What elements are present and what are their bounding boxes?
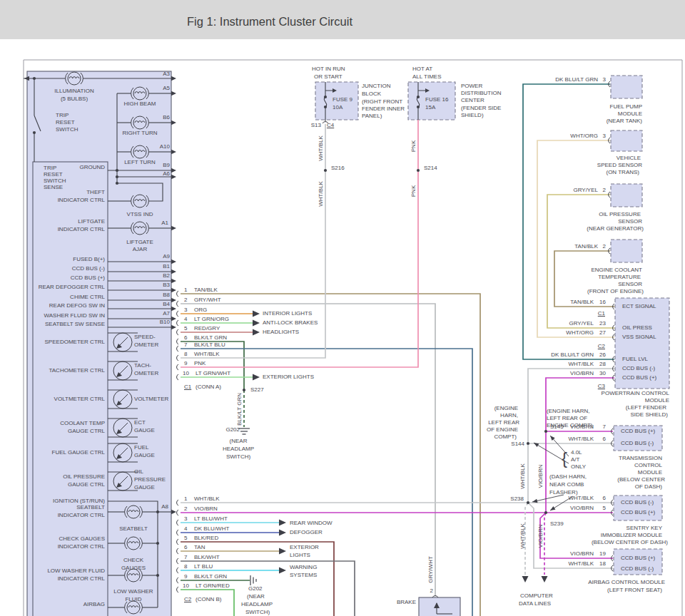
oil-pressure-sensor-box	[611, 184, 642, 207]
pin-exit-arrow-icon	[171, 298, 176, 302]
wire-c1-pin2-gry-wht	[181, 304, 435, 596]
splice-dot	[544, 511, 547, 514]
destination-arrow-icon	[279, 530, 286, 536]
splice-dot	[417, 96, 420, 98]
pin-exit-arrow-icon	[171, 307, 176, 311]
fuel-pump-module-box	[611, 76, 642, 98]
ground-icon	[250, 575, 256, 585]
pin-exit-arrow-icon	[171, 317, 176, 321]
connector-pin-icon	[177, 568, 178, 573]
wire-c2-pin7-blk-wht	[181, 561, 355, 616]
pin-exit-arrow-icon	[171, 76, 176, 81]
wire-c1-pin7-blk-lt-blu	[181, 349, 472, 616]
brake-box	[419, 597, 460, 616]
connector-pin-icon	[177, 548, 178, 554]
splice-dot	[324, 96, 327, 98]
wire-airbag-ccd-pos	[540, 513, 613, 558]
connector-pin-icon	[177, 539, 178, 545]
splice-dot	[116, 175, 118, 178]
connector-pin-icon	[177, 510, 178, 515]
pin-exit-arrow-icon	[171, 175, 176, 179]
pin-exit-arrow-icon	[171, 91, 176, 96]
down-arrow-icon	[522, 576, 529, 582]
connector-pin-icon	[177, 587, 178, 592]
pin-exit-arrow-icon	[171, 150, 176, 154]
diagram-canvas	[0, 0, 685, 616]
splice-dot	[116, 182, 118, 185]
power-distribution-center-box	[408, 82, 455, 120]
destination-arrow-icon	[279, 548, 286, 555]
wiring-diagram-page: Fig 1: Instrument Cluster Circuit ILLUMI…	[0, 0, 685, 616]
figure-title: Fig 1: Instrument Cluster Circuit	[187, 15, 352, 29]
airbag-control-module-box	[614, 549, 662, 575]
splice-dot	[417, 169, 420, 172]
pin-exit-arrow-icon	[171, 120, 176, 125]
wire-ect-tan-blk	[554, 251, 614, 307]
connector-pin-icon	[177, 301, 178, 307]
connector-pin-icon	[323, 122, 328, 123]
pin-exit-arrow-icon	[171, 168, 176, 173]
connector-pin-icon	[177, 578, 178, 583]
callout-arrow-icon	[550, 506, 555, 510]
wire-oil-press-gry-yel	[547, 195, 614, 328]
connector-pin-icon	[177, 364, 178, 370]
splice-dot	[156, 510, 159, 513]
pin-exit-arrow-icon	[171, 260, 176, 264]
connector-pin-icon	[177, 329, 178, 335]
wire-c1-pin9-pnk	[181, 120, 418, 367]
pin-exit-arrow-icon	[171, 279, 176, 283]
splice-dot	[544, 430, 547, 433]
splice-dot	[156, 542, 159, 545]
connector-pin-icon	[177, 374, 178, 380]
destination-arrow-icon	[279, 520, 286, 526]
destination-arrow-icon	[253, 320, 260, 327]
wire-c2-pin10-lt-grn-red	[181, 590, 234, 616]
connector-pin-icon	[177, 500, 178, 505]
wire-ccd-bus-pos-vio-brn	[546, 378, 614, 513]
connector-pin-icon	[177, 530, 178, 535]
splice-dot	[243, 389, 245, 391]
powertrain-control-module-box	[615, 298, 669, 389]
destination-arrow-icon	[279, 568, 286, 574]
pin-exit-arrow-icon	[171, 270, 176, 274]
splice-dot	[33, 77, 36, 80]
down-arrow-icon	[542, 576, 548, 582]
connector-pin-icon	[177, 320, 178, 326]
pin-exit-arrow-icon	[171, 288, 176, 292]
splice-dot	[33, 131, 36, 134]
wire-data-line-wht-blk	[525, 503, 528, 575]
destination-arrow-icon	[253, 311, 260, 317]
wire-vss-wht-org	[537, 140, 614, 337]
wire-ccd-bus-neg-wht-blk	[528, 369, 614, 503]
callout-line	[534, 443, 569, 463]
ground-icon	[238, 428, 250, 434]
wire-data-line-vio-brn	[544, 513, 546, 575]
destination-arrow-icon	[253, 374, 260, 381]
connector-pin-icon	[177, 339, 178, 344]
splice-dot	[116, 169, 118, 172]
connector-pin-icon	[177, 291, 178, 297]
cluster-inner-box	[33, 162, 108, 616]
connector-pin-icon	[177, 346, 178, 351]
connector-pin-icon	[177, 520, 178, 525]
engine-coolant-temp-sensor-box	[611, 240, 642, 262]
pin-exit-arrow-icon	[171, 325, 176, 329]
vehicle-speed-sensor-box	[611, 130, 642, 151]
splice-dot	[527, 501, 529, 504]
pin-exit-arrow-icon	[171, 226, 176, 230]
splice-dot	[324, 169, 327, 172]
connector-pin-icon	[177, 558, 178, 564]
connector-pin-icon	[177, 311, 178, 317]
splice-dot	[324, 106, 327, 108]
splice-dot	[527, 442, 529, 445]
destination-arrow-icon	[253, 329, 260, 336]
transmission-control-module-box	[614, 426, 662, 451]
splice-dot	[156, 574, 159, 577]
pin-exit-arrow-icon	[171, 510, 176, 514]
sentry-key-module-box	[614, 496, 662, 520]
junction-block-box	[315, 82, 358, 120]
connector-pin-icon	[177, 355, 178, 361]
splice-dot	[417, 106, 420, 108]
wire-c2-pin5-blk-red	[181, 542, 334, 616]
